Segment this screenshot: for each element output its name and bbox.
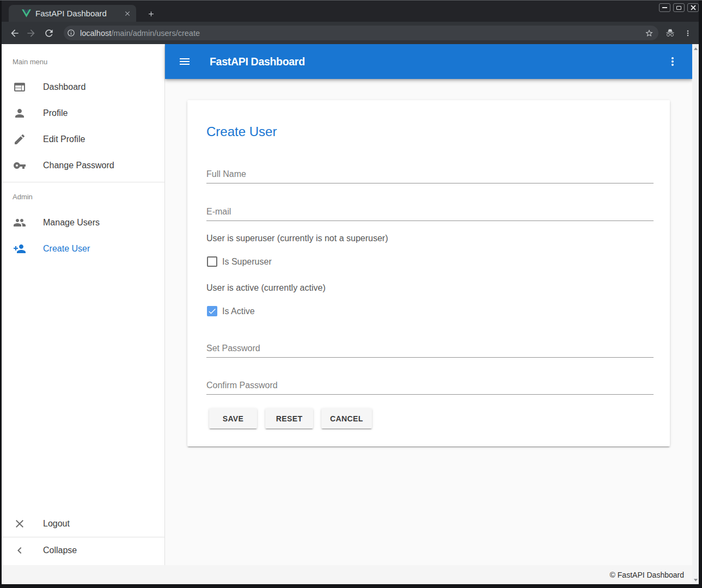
sidebar-item-change-password[interactable]: Change Password	[2, 152, 165, 179]
email-input[interactable]	[206, 207, 654, 221]
checkbox-label: Is Active	[222, 307, 255, 316]
sidebar-item-collapse[interactable]: Collapse	[2, 537, 165, 564]
forward-icon[interactable]	[26, 28, 36, 39]
confirm-password-input[interactable]	[206, 381, 654, 395]
tab-close-icon[interactable]	[123, 9, 132, 18]
sidebar-item-logout[interactable]: Logout	[2, 511, 165, 537]
checkbox-unchecked-icon[interactable]	[207, 256, 217, 267]
scrollbar-down-icon[interactable]	[692, 577, 699, 583]
window-maximize-button[interactable]	[673, 3, 685, 12]
close-icon	[13, 517, 26, 530]
set-password-input[interactable]	[206, 344, 654, 358]
sidebar-item-label: Manage Users	[43, 218, 100, 228]
confirm-password-field	[206, 381, 654, 395]
bookmark-star-icon[interactable]	[645, 29, 654, 38]
full-name-input[interactable]	[206, 169, 654, 183]
window-close-button[interactable]	[687, 3, 699, 12]
browser-toolbar: localhost/main/admin/users/create	[2, 22, 699, 44]
save-button[interactable]: SAVE	[209, 408, 257, 428]
chevron-left-icon	[13, 544, 26, 557]
reset-button[interactable]: RESET	[265, 408, 313, 428]
browser-menu-icon[interactable]	[683, 29, 692, 38]
appbar-menu-icon[interactable]	[666, 55, 679, 68]
scrollbar-up-icon[interactable]	[692, 45, 699, 52]
url-text: localhost/main/admin/users/create	[80, 29, 200, 38]
browser-tab[interactable]: FastAPI Dashboard	[9, 5, 136, 22]
sidebar-item-label: Logout	[43, 519, 70, 529]
tab-strip: FastAPI Dashboard	[2, 1, 699, 22]
person-icon	[13, 107, 26, 120]
card-title: Create User	[206, 124, 277, 139]
navigation-drawer: Main menu Dashboard Profile Edit Profile	[2, 44, 165, 565]
active-hint: User is active (currently active)	[206, 283, 326, 293]
tab-title: FastAPI Dashboard	[35, 9, 123, 18]
sidebar-header-main-menu: Main menu	[13, 58, 47, 66]
dashboard-icon	[13, 81, 26, 94]
full-name-field	[206, 169, 654, 183]
checkbox-label: Is Superuser	[222, 257, 272, 267]
sidebar-divider	[2, 182, 165, 182]
sidebar-item-create-user[interactable]: Create User	[2, 236, 165, 262]
create-user-card: Create User User is superuser (currently…	[187, 100, 670, 446]
new-tab-button[interactable]	[145, 8, 157, 20]
sidebar-item-label: Create User	[43, 244, 90, 254]
key-icon	[13, 159, 26, 172]
hamburger-menu-icon[interactable]	[178, 55, 191, 68]
email-field	[206, 207, 654, 221]
checkbox-checked-icon[interactable]	[207, 306, 217, 316]
people-icon	[13, 216, 26, 229]
vue-favicon	[22, 9, 31, 17]
set-password-field	[206, 344, 654, 358]
sidebar-item-dashboard[interactable]: Dashboard	[2, 74, 165, 100]
superuser-hint: User is superuser (currently is not a su…	[206, 234, 388, 243]
sidebar-item-manage-users[interactable]: Manage Users	[2, 210, 165, 236]
sidebar-header-admin: Admin	[13, 193, 33, 201]
url-bar[interactable]: localhost/main/admin/users/create	[64, 26, 658, 40]
reload-icon[interactable]	[44, 28, 54, 39]
site-info-icon[interactable]	[67, 29, 75, 37]
sidebar-item-label: Change Password	[43, 161, 114, 170]
sidebar-item-label: Dashboard	[43, 82, 86, 92]
appbar-title: FastAPI Dashboard	[210, 56, 305, 68]
is-active-checkbox-row[interactable]: Is Active	[207, 306, 255, 316]
sidebar-item-profile[interactable]: Profile	[2, 100, 165, 126]
incognito-icon	[666, 28, 675, 38]
sidebar-item-label: Profile	[43, 108, 68, 118]
form-buttons: SAVE RESET CANCEL	[209, 408, 372, 428]
browser-window: FastAPI Dashboard	[0, 0, 702, 588]
page-viewport: Main menu Dashboard Profile Edit Profile	[2, 44, 699, 584]
window-controls	[659, 3, 699, 12]
window-minimize-button[interactable]	[659, 3, 670, 12]
is-superuser-checkbox-row[interactable]: Is Superuser	[207, 256, 272, 267]
footer-copyright: © FastAPI Dashboard	[610, 571, 684, 579]
back-icon[interactable]	[9, 28, 20, 39]
cancel-button[interactable]: CANCEL	[321, 408, 372, 428]
sidebar-item-label: Edit Profile	[43, 134, 85, 144]
url-host: localhost	[80, 29, 111, 38]
person-add-icon	[13, 242, 26, 255]
sidebar-item-label: Collapse	[43, 546, 77, 555]
pencil-icon	[13, 133, 26, 146]
page-scrollbar[interactable]	[692, 44, 699, 584]
url-path: /main/admin/users/create	[111, 29, 200, 38]
page-footer: © FastAPI Dashboard	[2, 565, 692, 584]
app-bar: FastAPI Dashboard	[165, 44, 692, 79]
sidebar-item-edit-profile[interactable]: Edit Profile	[2, 126, 165, 152]
